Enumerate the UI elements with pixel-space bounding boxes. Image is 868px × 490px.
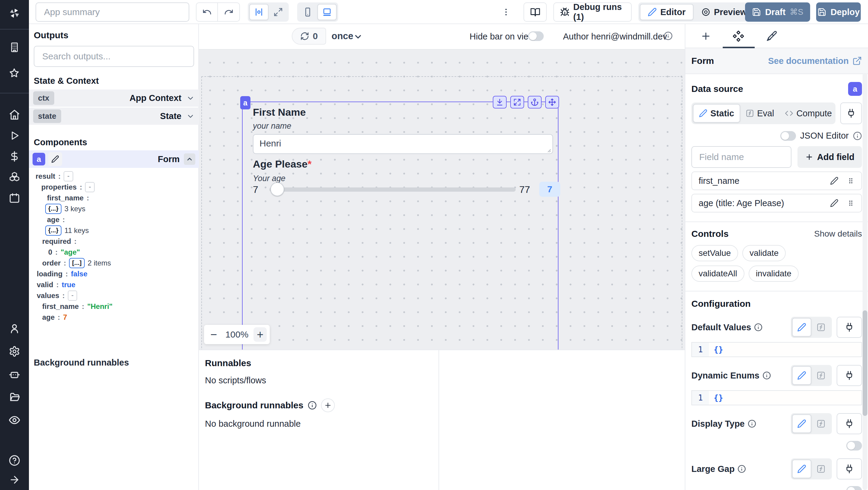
schedules-calendar-icon[interactable] <box>8 192 21 204</box>
anchor-button[interactable] <box>528 96 541 109</box>
runs-play-icon[interactable] <box>8 130 21 142</box>
help-icon[interactable] <box>8 454 21 466</box>
tab-styling-brush-icon[interactable] <box>764 29 779 43</box>
collapse-box[interactable]: - <box>64 171 73 181</box>
large-gap-toggle[interactable] <box>846 486 862 490</box>
state-row[interactable]: state State <box>29 108 199 125</box>
tree-row[interactable]: age:7 <box>34 312 193 323</box>
drag-handle-icon[interactable] <box>847 177 855 185</box>
info-icon[interactable] <box>308 401 317 410</box>
canvas-grid[interactable]: a First Name your name Henri Age Please*… <box>199 49 685 349</box>
panel-scrollbar-thumb[interactable] <box>863 310 867 416</box>
undo-button[interactable] <box>196 3 218 21</box>
static-pencil-button[interactable] <box>792 318 811 337</box>
eval-function-button[interactable] <box>811 415 831 433</box>
show-details-link[interactable]: Show details <box>814 229 862 239</box>
move-button[interactable] <box>545 96 559 109</box>
full-width-button[interactable] <box>269 4 287 20</box>
run-frequency-dropdown[interactable]: once <box>332 31 353 41</box>
add-background-runnable-button[interactable] <box>321 398 335 412</box>
chevron-up-icon[interactable] <box>184 153 195 165</box>
info-icon[interactable] <box>853 131 862 141</box>
static-pencil-button[interactable] <box>792 415 811 433</box>
tree-row[interactable]: properties:- <box>34 182 193 192</box>
drag-handle-icon[interactable] <box>847 199 855 207</box>
eval-function-button[interactable] <box>811 318 831 337</box>
json-editor-toggle[interactable] <box>780 131 796 141</box>
connect-plug-button[interactable] <box>837 365 862 386</box>
tree-row[interactable]: {...}3 keys <box>34 204 193 214</box>
workers-bot-icon[interactable] <box>8 368 21 380</box>
edit-pencil-icon[interactable] <box>830 177 838 185</box>
tree-row[interactable]: required: <box>34 236 193 247</box>
code-content[interactable]: {} <box>709 391 861 405</box>
pill-invalidate[interactable]: invalidate <box>749 266 799 282</box>
object-token[interactable]: {...} <box>45 225 61 236</box>
collapse-box[interactable]: - <box>68 290 77 301</box>
eval-function-button[interactable] <box>811 366 831 385</box>
settings-gear-icon[interactable] <box>8 345 21 358</box>
desktop-view-button[interactable] <box>317 4 337 20</box>
dynamic-enums-code-editor[interactable]: 1 {} <box>691 390 862 405</box>
collapse-box[interactable]: - <box>85 182 94 192</box>
connect-plug-button[interactable] <box>837 317 862 338</box>
tree-row[interactable]: {...}11 keys <box>34 225 193 236</box>
fullscreen-button[interactable] <box>510 96 524 109</box>
tree-row[interactable]: valid:true <box>34 279 193 290</box>
info-icon[interactable] <box>748 420 756 428</box>
tab-component-settings-icon[interactable] <box>731 29 746 43</box>
eval-function-button[interactable] <box>811 460 831 478</box>
resources-boxes-icon[interactable] <box>8 171 21 183</box>
zoom-out-button[interactable]: − <box>207 327 220 342</box>
home-icon[interactable] <box>8 109 21 121</box>
see-documentation-link[interactable]: See documentation <box>768 56 862 66</box>
tab-compute[interactable]: Compute <box>779 104 837 123</box>
search-outputs-input[interactable] <box>34 46 194 67</box>
code-content[interactable]: {} <box>709 343 861 357</box>
windmill-logo[interactable] <box>8 7 21 19</box>
connect-plug-button[interactable] <box>840 102 862 124</box>
variables-dollar-icon[interactable] <box>8 150 21 162</box>
first-name-input[interactable]: Henri <box>253 134 553 154</box>
pill-validateall[interactable]: validateAll <box>691 266 744 282</box>
expand-down-button[interactable] <box>493 96 507 109</box>
display-type-toggle[interactable] <box>846 441 862 451</box>
tree-row[interactable]: 0:"age" <box>34 247 193 258</box>
tree-row[interactable]: first_name:"Henri" <box>34 301 193 312</box>
folders-icon[interactable] <box>8 391 21 403</box>
tree-row[interactable]: age: <box>34 214 193 225</box>
static-pencil-button[interactable] <box>792 460 811 478</box>
tab-eval[interactable]: Eval <box>740 104 779 123</box>
redo-button[interactable] <box>218 3 239 21</box>
default-values-code-editor[interactable]: 1 {} <box>691 342 862 357</box>
chevron-down-icon[interactable] <box>186 112 195 121</box>
info-icon[interactable] <box>763 371 771 380</box>
debug-runs-button[interactable]: Debug runs (1) <box>553 2 632 22</box>
chevron-down-icon[interactable] <box>353 32 363 41</box>
more-options-kebab-icon[interactable] <box>499 5 513 19</box>
connect-plug-button[interactable] <box>837 413 862 434</box>
tab-insert-plus-icon[interactable] <box>699 29 713 43</box>
array-token[interactable]: [...] <box>69 258 85 268</box>
connect-plug-button[interactable] <box>837 458 862 480</box>
deploy-button[interactable]: Deploy <box>816 2 861 22</box>
draft-button[interactable]: Draft ⌘S <box>745 2 810 22</box>
mobile-view-button[interactable] <box>299 4 317 20</box>
tree-row[interactable]: values:- <box>34 290 193 301</box>
workspace-icon[interactable] <box>8 41 21 53</box>
add-field-button[interactable]: Add field <box>798 146 862 168</box>
ctx-row[interactable]: ctx App Context <box>29 90 199 107</box>
centered-layout-button[interactable] <box>249 4 269 20</box>
chevron-down-icon[interactable] <box>186 94 195 102</box>
field-row-first-name[interactable]: first_name <box>691 172 862 190</box>
info-icon[interactable] <box>664 31 673 40</box>
panel-scrollbar-track[interactable] <box>863 73 867 490</box>
object-token[interactable]: {...} <box>45 204 61 214</box>
tree-row[interactable]: result:- <box>34 171 193 182</box>
tree-row[interactable]: first_name: <box>34 192 193 204</box>
tree-row[interactable]: loading:false <box>34 269 193 279</box>
app-summary-input[interactable] <box>36 2 189 22</box>
pill-setvalue[interactable]: setValue <box>691 245 738 261</box>
slider-track[interactable] <box>270 187 516 192</box>
zoom-in-button[interactable]: + <box>253 327 267 342</box>
